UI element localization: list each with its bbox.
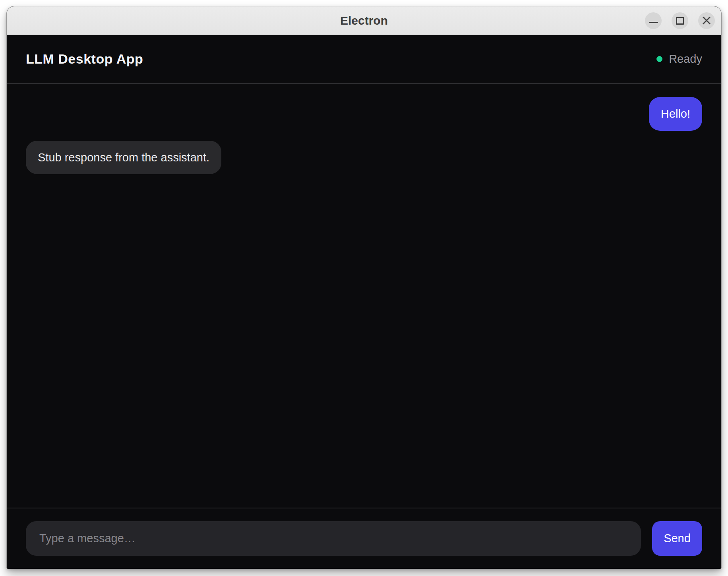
titlebar[interactable]: Electron <box>7 6 721 35</box>
minimize-icon <box>649 22 658 23</box>
chat-message-list: Hello! Stub response from the assistant. <box>7 84 721 508</box>
maximize-icon <box>676 17 684 25</box>
page-title: LLM Desktop App <box>26 51 143 67</box>
message-input[interactable] <box>26 521 641 556</box>
window-controls <box>645 12 715 29</box>
user-message-bubble: Hello! <box>649 97 702 131</box>
minimize-button[interactable] <box>645 12 662 29</box>
maximize-button[interactable] <box>672 12 688 29</box>
status-label: Ready <box>669 52 702 66</box>
assistant-message-bubble: Stub response from the assistant. <box>26 141 221 175</box>
close-button[interactable] <box>698 12 715 29</box>
status-badge: Ready <box>656 52 702 66</box>
send-button[interactable]: Send <box>652 521 702 556</box>
window-title: Electron <box>340 14 388 27</box>
app-window: Electron LLM Desktop App Ready Hello! St… <box>6 6 722 569</box>
status-dot-icon <box>656 56 662 62</box>
composer-bar: Send <box>7 508 721 569</box>
close-icon <box>701 16 712 26</box>
app-header: LLM Desktop App Ready <box>7 35 721 84</box>
